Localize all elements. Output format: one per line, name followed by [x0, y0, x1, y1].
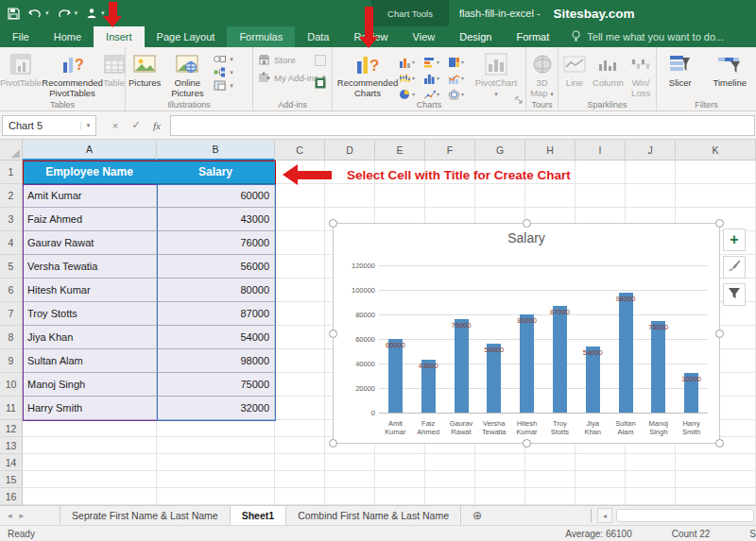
enter-formula-icon[interactable]: ✓	[127, 119, 146, 131]
chart-bar[interactable]	[651, 321, 665, 414]
row-header-12[interactable]: 12	[0, 420, 23, 437]
grid-cell[interactable]: 98000	[157, 349, 275, 373]
grid-cell[interactable]	[325, 488, 375, 505]
row-header-7[interactable]: 7	[0, 302, 23, 326]
bar-chart-icon[interactable]: ▾	[423, 54, 448, 70]
grid-cell[interactable]: Hitesh Kumar	[23, 279, 157, 302]
next-sheet-icon[interactable]: ▸	[20, 511, 25, 520]
grid-cell[interactable]: Jiya Khan	[23, 326, 157, 349]
grid-cell[interactable]: 32000	[157, 397, 275, 420]
redo-dropdown-caret[interactable]: ▾	[75, 9, 78, 17]
recommended-pivottables-button[interactable]: ? Recommended PivotTables	[42, 50, 103, 98]
grid-cell[interactable]	[23, 437, 157, 454]
sparkline-line-button[interactable]: Line	[558, 50, 591, 89]
grid-cell[interactable]: Amit Kumar	[23, 184, 157, 208]
timeline-button[interactable]: Timeline	[708, 50, 751, 89]
grid-cell[interactable]	[275, 302, 325, 326]
grid-cell[interactable]: Faiz Ahmed	[23, 208, 157, 231]
column-header-K[interactable]: K	[676, 140, 756, 161]
grid-cell[interactable]: Salary	[157, 161, 275, 184]
chart-handle[interactable]	[329, 330, 337, 338]
grid-cell[interactable]	[375, 488, 425, 505]
grid-cell[interactable]: Harry Smith	[23, 397, 157, 420]
row-header-10[interactable]: 10	[0, 373, 23, 397]
tab-data[interactable]: Data	[295, 26, 341, 47]
row-header-5[interactable]: 5	[0, 255, 23, 279]
row-header-8[interactable]: 8	[0, 326, 23, 349]
grid-cell[interactable]	[275, 184, 325, 208]
pivottable-button[interactable]: PivotTable	[0, 50, 42, 89]
grid-cell[interactable]	[576, 161, 626, 184]
grid-cell[interactable]	[475, 454, 525, 471]
pictures-button[interactable]: Pictures	[129, 50, 161, 89]
column-header-I[interactable]: I	[576, 140, 626, 161]
grid-cell[interactable]	[525, 454, 576, 471]
grid-cell[interactable]	[576, 471, 626, 488]
chart-styles-button[interactable]	[723, 256, 746, 279]
sparkline-winloss-button[interactable]: Win/ Loss	[626, 50, 656, 98]
column-header-H[interactable]: H	[525, 140, 576, 161]
row-header-3[interactable]: 3	[0, 208, 23, 231]
grid-cell[interactable]: Sultan Alam	[23, 349, 157, 373]
grid-cell[interactable]	[676, 161, 756, 184]
insert-function-icon[interactable]: fx	[147, 120, 166, 131]
grid-cell[interactable]	[275, 373, 325, 397]
grid-cell[interactable]	[375, 471, 425, 488]
chart[interactable]: Salary 020000400006000080000100000120000…	[333, 223, 720, 444]
chart-title[interactable]: Salary	[334, 230, 719, 245]
shapes-button[interactable]: ▾	[214, 54, 233, 64]
chart-filters-button[interactable]	[723, 283, 746, 306]
grid-cell[interactable]	[626, 161, 676, 184]
grid-cell[interactable]	[275, 326, 325, 349]
grid-cell[interactable]	[275, 397, 325, 420]
pivotchart-button[interactable]: PivotChart ▾	[472, 50, 520, 99]
column-header-B[interactable]: B	[157, 140, 275, 161]
sparkline-column-button[interactable]: Column	[591, 50, 627, 89]
grid-cell[interactable]: Gaurav Rawat	[23, 231, 157, 255]
online-pictures-button[interactable]: Online Pictures	[163, 50, 212, 98]
grid-cell[interactable]: 75000	[157, 373, 275, 397]
column-chart-icon[interactable]: ▾	[399, 54, 423, 70]
combo-chart-icon[interactable]: ▾	[448, 70, 472, 86]
grid-cell[interactable]	[525, 488, 576, 505]
hilo-chart-icon[interactable]: ▾	[399, 70, 423, 86]
formula-input[interactable]	[170, 115, 755, 136]
scroll-left-icon[interactable]: ◂	[597, 508, 612, 523]
grid-cell[interactable]	[576, 184, 626, 208]
chart-bar[interactable]	[520, 314, 534, 413]
column-header-F[interactable]: F	[425, 140, 475, 161]
chart-bar[interactable]	[455, 319, 469, 413]
grid-cell[interactable]: 87000	[157, 302, 275, 326]
name-box-caret[interactable]: ▾	[80, 122, 95, 129]
grid-cell[interactable]	[275, 208, 325, 231]
grid-cell[interactable]	[275, 231, 325, 255]
grid-cell[interactable]	[475, 471, 525, 488]
grid-cell[interactable]	[157, 488, 275, 505]
3d-map-button[interactable]: 3D Map ▾	[526, 50, 558, 99]
smartart-button[interactable]: ▾	[214, 67, 233, 77]
tab-home[interactable]: Home	[42, 26, 94, 47]
grid-cell[interactable]: Manoj Singh	[23, 373, 157, 397]
slicer-button[interactable]: Slicer	[662, 50, 699, 89]
column-header-G[interactable]: G	[475, 140, 525, 161]
save-icon[interactable]	[8, 8, 20, 20]
scrollbar-splitter[interactable]	[591, 509, 592, 522]
grid-cell[interactable]	[23, 420, 157, 437]
grid-cell[interactable]	[275, 420, 325, 437]
grid-cell[interactable]	[425, 488, 475, 505]
redo-icon[interactable]	[58, 8, 71, 19]
cancel-formula-icon[interactable]: ×	[106, 120, 125, 131]
table-button[interactable]: Table	[103, 50, 125, 89]
row-header-6[interactable]: 6	[0, 279, 23, 302]
tab-view[interactable]: View	[401, 26, 448, 47]
grid-cell[interactable]	[157, 420, 275, 437]
grid-cell[interactable]	[676, 488, 756, 505]
grid-cell[interactable]	[23, 488, 157, 505]
select-all-corner[interactable]	[0, 140, 23, 161]
grid-cell[interactable]	[425, 454, 475, 471]
column-header-C[interactable]: C	[275, 140, 325, 161]
tab-page-layout[interactable]: Page Layout	[145, 26, 228, 47]
histogram-chart-icon[interactable]: ▾	[423, 70, 448, 86]
row-header-1[interactable]: 1	[0, 161, 23, 184]
grid-cell[interactable]	[23, 471, 157, 488]
